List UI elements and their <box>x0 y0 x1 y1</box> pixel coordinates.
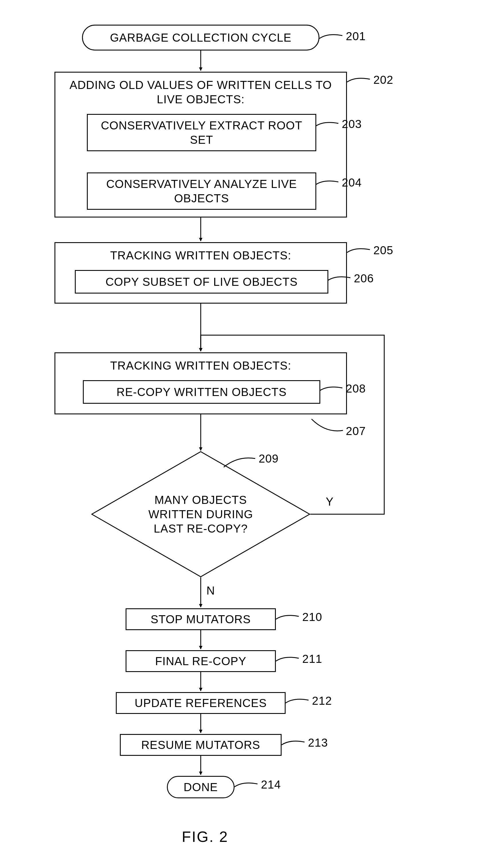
flowchart-canvas: GARBAGE COLLECTION CYCLE 201 ADDING OLD … <box>0 0 480 868</box>
box-203: CONSERVATIVELY EXTRACT ROOT SET <box>87 114 316 151</box>
leader-201 <box>319 33 345 44</box>
label-201: 201 <box>346 30 366 43</box>
box-208-text: RE-COPY WRITTEN OBJECTS <box>116 385 286 399</box>
leader-210 <box>276 614 302 625</box>
label-205: 205 <box>373 244 393 257</box>
leader-213 <box>282 739 307 751</box>
terminator-start-text: GARBAGE COLLECTION CYCLE <box>110 30 291 45</box>
box-208: RE-COPY WRITTEN OBJECTS <box>83 380 320 404</box>
label-213: 213 <box>308 736 328 749</box>
box-210: STOP MUTATORS <box>126 608 276 630</box>
leader-204 <box>315 179 341 190</box>
box-213: RESUME MUTATORS <box>120 734 282 756</box>
group-207: TRACKING WRITTEN OBJECTS: RE-COPY WRITTE… <box>55 352 347 414</box>
group-205-title: TRACKING WRITTEN OBJECTS: <box>55 248 346 262</box>
leader-212 <box>285 697 311 709</box>
leader-214 <box>235 781 260 793</box>
label-206: 206 <box>354 272 374 285</box>
label-212: 212 <box>312 694 332 707</box>
decision-209-text: MANY OBJECTS WRITTEN DURING LAST RE-COPY… <box>132 493 270 536</box>
box-213-text: RESUME MUTATORS <box>141 738 260 752</box>
label-209: 209 <box>259 452 279 465</box>
label-203: 203 <box>342 118 362 130</box>
terminator-done: DONE <box>167 776 235 798</box>
group-202: ADDING OLD VALUES OF WRITTEN CELLS TO LI… <box>55 72 347 217</box>
box-212: UPDATE REFERENCES <box>116 692 285 714</box>
box-206-text: COPY SUBSET OF LIVE OBJECTS <box>105 275 298 289</box>
group-207-title: TRACKING WRITTEN OBJECTS: <box>55 359 346 373</box>
box-206: COPY SUBSET OF LIVE OBJECTS <box>75 270 328 293</box>
box-212-text: UPDATE REFERENCES <box>135 696 267 710</box>
group-202-title: ADDING OLD VALUES OF WRITTEN CELLS TO LI… <box>55 78 346 106</box>
box-204-text: CONSERVATIVELY ANALYZE LIVE OBJECTS <box>91 177 312 206</box>
label-202: 202 <box>373 73 393 86</box>
label-204: 204 <box>342 176 362 189</box>
box-211: FINAL RE-COPY <box>126 650 276 672</box>
box-210-text: STOP MUTATORS <box>150 612 251 626</box>
leader-202 <box>347 76 373 88</box>
leader-206 <box>328 275 353 286</box>
box-203-text: CONSERVATIVELY EXTRACT ROOT SET <box>91 118 312 147</box>
decision-yes-label: Y <box>326 495 334 508</box>
leader-211 <box>276 655 302 667</box>
decision-209: MANY OBJECTS WRITTEN DURING LAST RE-COPY… <box>91 451 310 577</box>
label-211: 211 <box>302 652 322 665</box>
leader-203 <box>315 121 341 132</box>
leader-207 <box>311 419 346 436</box>
label-207: 207 <box>346 425 366 438</box>
label-214: 214 <box>261 778 281 791</box>
group-205: TRACKING WRITTEN OBJECTS: COPY SUBSET OF… <box>55 242 347 304</box>
leader-205 <box>347 247 373 258</box>
leader-209 <box>224 456 258 470</box>
label-208: 208 <box>346 382 366 395</box>
terminator-done-text: DONE <box>183 780 218 794</box>
terminator-start: GARBAGE COLLECTION CYCLE <box>82 25 319 51</box>
box-204: CONSERVATIVELY ANALYZE LIVE OBJECTS <box>87 173 316 210</box>
decision-no-label: N <box>206 584 215 597</box>
leader-208 <box>319 385 345 397</box>
label-210: 210 <box>302 611 322 623</box>
figure-caption: FIG. 2 <box>182 828 228 845</box>
box-211-text: FINAL RE-COPY <box>155 654 246 668</box>
